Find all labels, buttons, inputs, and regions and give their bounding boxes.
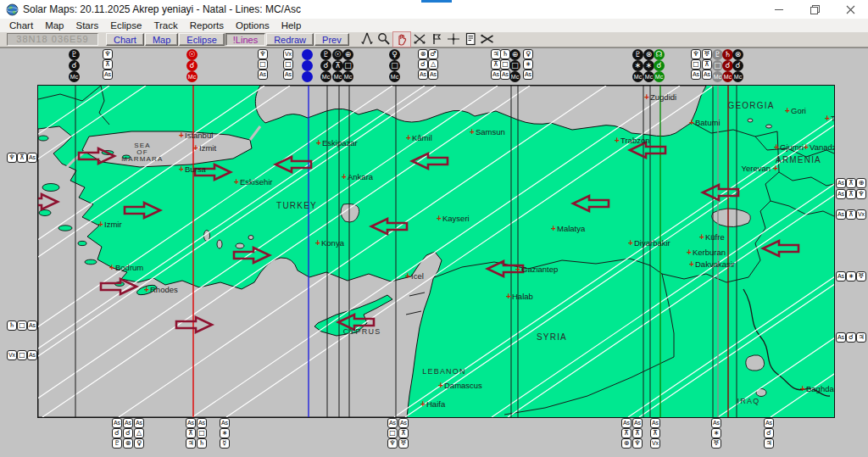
chart-button[interactable]: Chart [106, 33, 144, 46]
eclipse-button[interactable]: Eclipse [179, 33, 224, 46]
svg-text:Diyarbakir: Diyarbakir [634, 238, 670, 248]
glyph-symbol: ⊼ [621, 428, 632, 438]
menu-item-track[interactable]: Track [147, 20, 183, 31]
region-label-syria: SYRIA [537, 332, 567, 342]
city-trabzon: +Trabzon [615, 136, 650, 145]
svg-text:Vanadzor: Vanadzor [810, 142, 835, 152]
adjust-icon[interactable] [479, 31, 496, 46]
glyph-symbol: ∗ [711, 428, 721, 438]
minimize-button[interactable] [761, 0, 797, 19]
glyph-symbol: □ [197, 428, 207, 438]
glyph-symbol: ⊕ [509, 49, 520, 60]
prev-button[interactable]: Prev [314, 33, 349, 46]
glyph-as: As [27, 153, 37, 163]
svg-text:+: + [800, 384, 805, 393]
svg-text:Icel: Icel [411, 271, 424, 281]
city-bursa: +Bursa [179, 164, 207, 174]
asc-line-marker: As☌⊗ [123, 418, 133, 449]
city-baghdad: +Baghdad [800, 384, 835, 393]
menu-item-help[interactable]: Help [275, 20, 308, 31]
flag-icon[interactable] [428, 31, 445, 46]
edge-line-marker: As⊼♆ [836, 189, 866, 199]
center-point-icon[interactable] [445, 31, 462, 46]
glyph-symbol: ∗ [220, 428, 230, 438]
svg-text:+: + [315, 238, 320, 248]
glyph-as: As [836, 178, 846, 188]
glyph-symbol: ♆ [7, 153, 17, 163]
asc-line-marker: As⊼⊕ [621, 418, 632, 449]
menu-item-reports[interactable]: Reports [184, 20, 230, 31]
city-izmir: +Izmir [98, 220, 122, 229]
glyph-symbol: □ [17, 320, 27, 331]
menu-item-map[interactable]: Map [39, 20, 70, 31]
mc-line-marker: ⊗☌Mc [732, 49, 743, 82]
glyph-symbol: ♇ [632, 49, 643, 60]
redraw-button[interactable]: Redraw [266, 33, 314, 46]
pan-hand-icon[interactable] [392, 31, 411, 47]
astro-map-canvas[interactable]: +Istanbul+Izmit+Bursa+Eskisehir+Eskipaza… [37, 85, 835, 418]
glyph-symbol: △ [134, 428, 144, 438]
menu-item-options[interactable]: Options [230, 20, 275, 31]
glyph-symbol: ♆ [387, 438, 398, 449]
map-button[interactable]: Map [145, 33, 178, 46]
city-izmit: +Izmit [193, 143, 216, 153]
glyph-symbol: ♃ [186, 438, 196, 449]
glyph-symbol: ♅ [856, 271, 866, 281]
city-diyarbakir: +Diyarbakir [628, 238, 670, 248]
mc-line-marker: ♇∗Mc [632, 49, 643, 82]
glyph-as: As [103, 70, 113, 80]
report-page-icon[interactable] [462, 31, 479, 46]
glyph-symbol: ☌ [320, 60, 331, 71]
glyph-symbol: ⊼ [103, 59, 113, 70]
region-label-turkey: TURKEY [276, 201, 317, 210]
glyph-symbol: ☊ [654, 49, 665, 60]
dividers-icon[interactable] [359, 31, 376, 46]
svg-text:+: + [179, 131, 184, 140]
menu-item-chart[interactable]: Chart [3, 20, 39, 31]
asc-line-marker: ♆□As [691, 49, 701, 80]
close-button[interactable] [832, 0, 868, 19]
svg-text:Samsun: Samsun [476, 127, 505, 137]
toolbar-tools [359, 31, 496, 47]
glyph-symbol: ♄ [7, 320, 17, 331]
menu-item-stars[interactable]: Stars [70, 20, 105, 31]
zoom-icon[interactable] [376, 31, 392, 46]
glyph-symbol: ⊗ [732, 49, 743, 60]
map-area: +Istanbul+Izmit+Bursa+Eskisehir+Eskipaza… [0, 47, 868, 457]
asc-line-marker: As⊼♆ [632, 418, 643, 449]
svg-text:+: + [144, 285, 149, 294]
glyph-vx: Vx [7, 350, 17, 360]
svg-text:Bursa: Bursa [185, 164, 207, 174]
city-gjumri: +Gjumri [774, 142, 804, 152]
svg-text:Trabzon: Trabzon [620, 136, 650, 145]
glyph-symbol: ⊗ [123, 438, 133, 449]
crossed-arrows-icon[interactable] [411, 31, 428, 46]
glyph-symbol: ⊼ [702, 59, 712, 70]
city-damascus: +Damascus [438, 381, 482, 390]
glyph-symbol: ☌ [654, 60, 665, 71]
svg-text:+: + [109, 263, 114, 272]
glyph-symbol: ☽ [302, 49, 313, 60]
maximize-button[interactable] [797, 0, 832, 19]
-lines-button[interactable]: !Lines [225, 33, 265, 46]
glyph-symbol: ⊼ [398, 428, 409, 438]
glyph-vx: Vx [650, 438, 660, 449]
svg-text:Küfre: Küfre [705, 232, 725, 242]
svg-text:+: + [470, 127, 475, 137]
mc-line-marker: ♇☌Mc [69, 49, 80, 82]
glyph-symbol: ⊼ [650, 428, 660, 438]
edge-line-marker: ♆⊼As [7, 153, 37, 163]
svg-text:+: + [699, 232, 704, 242]
glyph-symbol: ⊼ [632, 428, 643, 438]
menu-item-eclipse[interactable]: Eclipse [104, 20, 147, 31]
svg-text:Konya: Konya [321, 238, 345, 248]
svg-text:Izmir: Izmir [104, 220, 122, 229]
asc-line-marker: ♂△As [428, 49, 438, 80]
svg-text:+: + [506, 292, 511, 301]
svg-text:Bodrum: Bodrum [115, 263, 143, 272]
asc-line-marker: ♅⊼As [702, 49, 712, 80]
glyph-symbol: ☌ [732, 60, 743, 71]
svg-text:+: + [234, 177, 239, 187]
svg-text:+: + [179, 164, 184, 174]
region-label-marmara: MARMARA [121, 155, 163, 163]
